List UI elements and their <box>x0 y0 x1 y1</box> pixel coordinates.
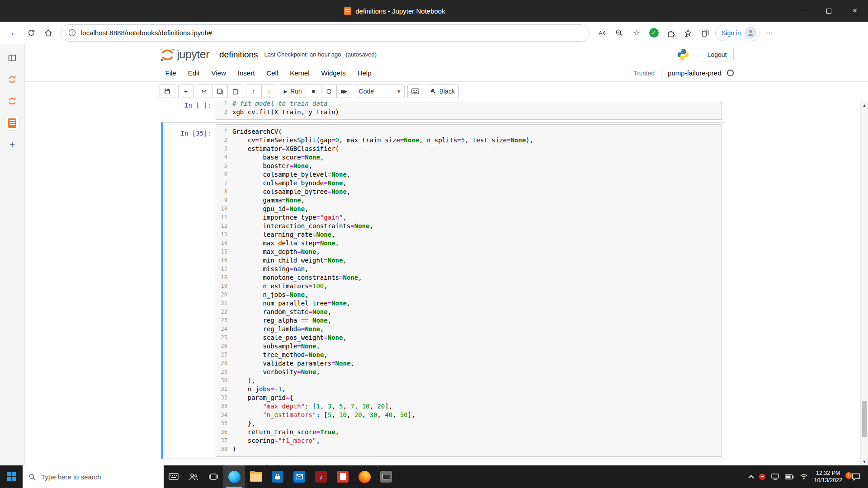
code-line[interactable]: 31 n_jobs=-1, <box>216 385 722 394</box>
address-bar[interactable]: localhost:8888/notebooks/definitions.ipy… <box>61 24 590 42</box>
black-formatter-button[interactable]: Black <box>426 84 459 98</box>
new-tab-button[interactable]: + <box>5 137 19 152</box>
paste-cell-button[interactable] <box>227 84 243 98</box>
star-sparkle-button[interactable]: ☆ <box>628 25 645 41</box>
code-line[interactable]: 28 validate_paramters=None, <box>216 359 722 368</box>
code-line[interactable]: 6 colsample_bylevel=None, <box>216 170 722 179</box>
menu-view[interactable]: View <box>206 69 232 77</box>
taskbar-app-media[interactable]: ♪ <box>310 465 332 488</box>
tray-battery-button[interactable] <box>785 474 794 479</box>
interrupt-kernel-button[interactable]: ■ <box>306 84 321 98</box>
code-cell-previous[interactable]: In [ ]: 1# fit model to train data2xgb_c… <box>161 101 724 122</box>
menu-help[interactable]: Help <box>352 69 377 77</box>
code-line[interactable]: 37 scoring="f1_macro", <box>216 436 722 445</box>
browser-menu-button[interactable]: ⋯ <box>761 25 778 41</box>
notebook-title[interactable]: definitions <box>219 50 258 60</box>
code-line[interactable]: 24 reg_lambda=None, <box>216 325 722 333</box>
code-line[interactable]: 2 cv=TimeSeriesSplit(gap=0, max_train_si… <box>216 136 722 145</box>
code-line[interactable]: 17 missing=nan, <box>216 265 722 273</box>
menu-widgets[interactable]: Widgets <box>316 69 352 77</box>
minimize-button[interactable] <box>789 0 816 22</box>
extensions-button[interactable] <box>663 25 679 41</box>
taskbar-app-firefox[interactable] <box>354 465 375 488</box>
code-line[interactable]: 36 return_train_score=True, <box>216 428 722 436</box>
code-line[interactable]: 25 scale_pos_weight=None, <box>216 333 722 342</box>
menu-kernel[interactable]: Kernel <box>284 69 315 77</box>
task-view-button[interactable] <box>203 465 223 488</box>
tab-actions-button[interactable] <box>5 51 19 65</box>
code-line[interactable]: 16 min_child_weight=None, <box>216 256 722 265</box>
run-button[interactable]: ▶ Run <box>280 84 306 98</box>
scroll-up-arrow[interactable]: ▲ <box>861 101 868 109</box>
menu-insert[interactable]: Insert <box>232 69 261 77</box>
code-line[interactable]: 7 colsample_bynode=None, <box>216 179 722 188</box>
start-button[interactable] <box>0 465 23 488</box>
code-line[interactable]: 33 "max_depth": [1, 3, 5, 7, 10, 20], <box>216 402 722 411</box>
code-line[interactable]: 23 reg_alpha == None, <box>216 316 722 325</box>
code-line[interactable]: 26 subsample=None, <box>216 342 722 351</box>
copy-cell-button[interactable] <box>212 84 228 98</box>
tray-network-button[interactable] <box>800 474 808 480</box>
code-line[interactable]: 9 gamma=None, <box>216 196 722 205</box>
code-line[interactable]: 21 num_parallel_tree=None, <box>216 299 722 308</box>
restart-run-all-button[interactable]: ▶▶ <box>336 84 352 98</box>
taskbar-app-terminal[interactable] <box>375 465 397 488</box>
read-aloud-button[interactable]: A <box>594 25 610 41</box>
menu-cell[interactable]: Cell <box>260 69 284 77</box>
tab-notebook-active[interactable] <box>5 116 19 130</box>
taskbar-app-pdf[interactable] <box>332 465 354 488</box>
collections-button[interactable] <box>697 25 713 41</box>
jupyter-logo[interactable]: jupyter <box>160 47 210 62</box>
code-line[interactable]: 8 colsaample_bytree=None, <box>216 188 722 196</box>
logout-button[interactable]: Logout <box>701 48 734 61</box>
code-line[interactable]: 14 max_delta_step=None, <box>216 239 722 248</box>
taskbar-app-mail[interactable] <box>288 465 310 488</box>
code-line[interactable]: 12 interaction_constraints=None, <box>216 222 722 230</box>
sign-in-button[interactable]: Sign in <box>715 25 760 41</box>
code-line[interactable]: 13 learning_rate=None, <box>216 230 722 239</box>
scroll-down-arrow[interactable]: ▼ <box>861 458 868 465</box>
code-line[interactable]: 27 tree_method=None, <box>216 351 722 359</box>
taskbar-app-edge[interactable] <box>223 465 245 488</box>
taskbar-app-file-explorer[interactable] <box>245 465 267 488</box>
code-line[interactable]: 1GridsearchCV( <box>216 127 722 136</box>
code-line[interactable]: 11 importnce_type="gain", <box>216 213 722 222</box>
favorites-button[interactable] <box>680 25 696 41</box>
zoom-out-button[interactable] <box>611 25 627 41</box>
restart-kernel-button[interactable] <box>321 84 337 98</box>
command-palette-button[interactable] <box>407 84 423 98</box>
tray-expand-button[interactable] <box>749 474 753 480</box>
security-extension-button[interactable]: ✓ <box>646 25 662 41</box>
tray-status-button[interactable] <box>759 474 765 480</box>
code-line[interactable]: 35 }, <box>216 419 722 428</box>
taskbar-app-store[interactable] <box>267 465 288 488</box>
insert-cell-button[interactable]: + <box>178 84 194 98</box>
cell-type-select[interactable]: Code ▾ <box>355 84 405 98</box>
tab-jupyter-home[interactable] <box>5 72 19 87</box>
code-line[interactable]: 15 max_depth=None, <box>216 248 722 256</box>
save-button[interactable] <box>160 84 175 98</box>
code-line[interactable]: 5 booster=None, <box>216 162 722 170</box>
code-line[interactable]: 2xgb_cv.fit(X_train, y_train) <box>216 108 722 117</box>
site-info-icon[interactable] <box>68 29 76 37</box>
code-line[interactable]: 4 base_score=None, <box>216 153 722 162</box>
code-line[interactable]: 38) <box>216 445 722 454</box>
refresh-button[interactable] <box>23 24 40 42</box>
people-button[interactable] <box>184 465 203 488</box>
code-line[interactable]: 34 "n_estimators": [5, 10, 20, 30, 40, 5… <box>216 411 722 419</box>
page-scrollbar[interactable]: ▲ ▼ <box>860 101 868 465</box>
move-cell-up-button[interactable]: ↑ <box>246 84 262 98</box>
code-line[interactable]: 32 param_grid={ <box>216 394 722 402</box>
code-line[interactable]: 19 n_estimators=100, <box>216 282 722 291</box>
code-input-area[interactable]: 1GridsearchCV(2 cv=TimeSeriesSplit(gap=0… <box>216 124 722 457</box>
back-button[interactable]: ← <box>5 24 23 42</box>
code-input-area[interactable]: 1# fit model to train data2xgb_cv.fit(X_… <box>216 101 722 120</box>
code-line[interactable]: 30 ), <box>216 376 722 385</box>
menu-edit[interactable]: Edit <box>182 69 206 77</box>
taskbar-search-input[interactable]: Type here to search <box>23 465 164 488</box>
code-line[interactable]: 10 gpu_id=None, <box>216 205 722 213</box>
code-line[interactable]: 18 monotone_constraints=None, <box>216 273 722 282</box>
code-line[interactable]: 1# fit model to train data <box>216 101 722 108</box>
code-line[interactable]: 3 estimator=XGBClassifier( <box>216 145 722 153</box>
tab-jupyter-tree[interactable] <box>5 94 19 108</box>
